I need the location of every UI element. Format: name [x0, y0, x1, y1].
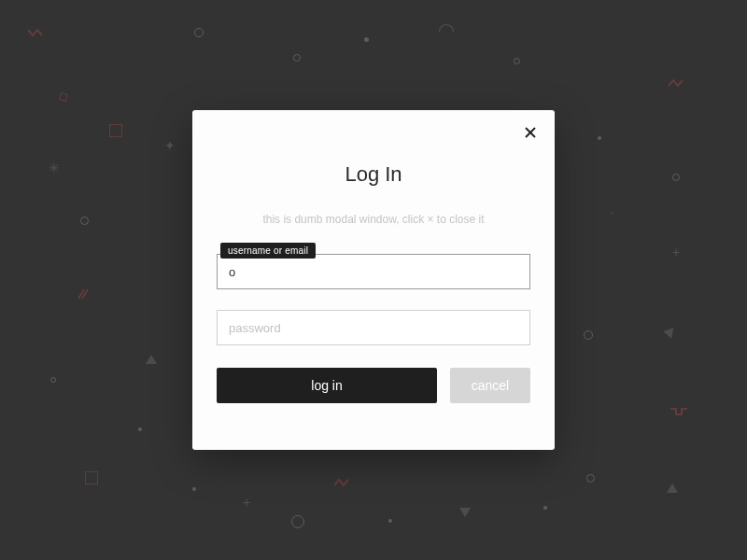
decor-plus: ✦ [164, 138, 176, 153]
login-modal: Log In this is dumb modal window, click … [192, 110, 555, 450]
decor-square [85, 471, 98, 484]
password-input[interactable] [217, 310, 530, 345]
decor-dot [192, 487, 196, 491]
decor-circle [291, 515, 304, 528]
decor-dot: . [610, 202, 613, 217]
button-row: log in cancel [217, 368, 530, 403]
decor-slash [77, 287, 90, 301]
decor-plus: + [243, 495, 250, 510]
decor-triangle [667, 483, 678, 493]
decor-dot [364, 37, 369, 42]
decor-dot [138, 427, 142, 431]
decor-circle [672, 174, 680, 181]
decor-plus: ✳ [49, 161, 60, 175]
decor-circle [514, 58, 520, 64]
username-label: username or email [220, 243, 316, 259]
decor-dot [598, 136, 601, 140]
decor-square [59, 92, 68, 102]
decor-triangle [663, 324, 678, 338]
password-field [217, 310, 530, 345]
decor-circle [194, 28, 204, 37]
close-button[interactable] [523, 125, 538, 144]
cancel-button[interactable]: cancel [450, 368, 530, 403]
decor-triangle [459, 508, 471, 517]
decor-circle [586, 474, 595, 483]
modal-title: Log In [217, 162, 530, 187]
decor-halfcircle [439, 24, 454, 32]
decor-dot [543, 506, 547, 510]
username-field: username or email [217, 254, 530, 289]
decor-plus: + [672, 245, 680, 259]
decor-zigzag [670, 403, 687, 413]
modal-subtitle: this is dumb modal window, click × to cl… [217, 213, 530, 226]
decor-circle [80, 217, 89, 225]
close-icon [523, 125, 538, 140]
decor-dot [388, 519, 392, 523]
decor-circle [50, 377, 56, 383]
decor-zigzag [669, 75, 685, 84]
decor-circle [293, 54, 301, 62]
decor-zigzag [28, 24, 45, 34]
decor-circle [584, 330, 593, 340]
decor-zigzag [334, 474, 351, 483]
username-input[interactable] [217, 254, 530, 289]
login-button[interactable]: log in [217, 368, 437, 403]
decor-square [109, 124, 122, 137]
decor-triangle [146, 355, 157, 364]
